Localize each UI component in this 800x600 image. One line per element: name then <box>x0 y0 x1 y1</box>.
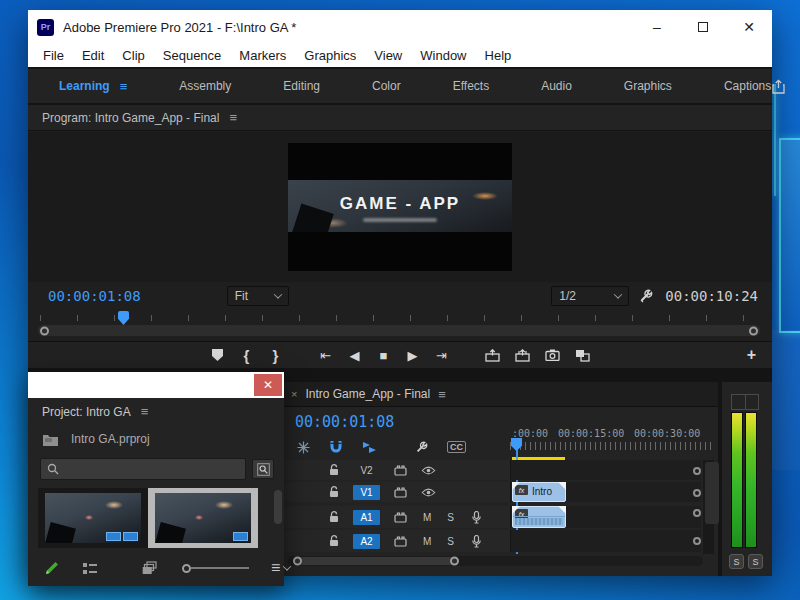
workspace-tab-audio[interactable]: Audio <box>541 79 572 93</box>
clip-intro-video[interactable]: fx Intro <box>512 482 566 502</box>
menu-view[interactable]: View <box>365 48 411 63</box>
track-label-v2[interactable]: V2 <box>353 463 380 478</box>
meter-solo-right-button[interactable]: S <box>748 554 763 569</box>
workspace-tab-captions[interactable]: Captions <box>724 79 771 93</box>
scrollbar-right-handle[interactable] <box>749 326 758 335</box>
sync-lock-icon[interactable] <box>394 487 407 498</box>
comparison-view-button[interactable] <box>575 349 590 362</box>
snap-magnet-icon[interactable] <box>329 440 343 454</box>
search-box[interactable] <box>40 458 246 480</box>
sync-lock-icon[interactable] <box>394 536 407 547</box>
go-to-in-button[interactable]: ⇤ <box>319 348 333 363</box>
workspace-tab-assembly[interactable]: Assembly <box>179 79 231 93</box>
find-bin-button[interactable] <box>252 459 274 479</box>
track-scroll-knob[interactable] <box>693 537 701 545</box>
lock-icon[interactable] <box>329 486 339 498</box>
workspace-tab-color[interactable]: Color <box>372 79 401 93</box>
search-input[interactable] <box>64 463 204 475</box>
timeline-vertical-scrollbar[interactable] <box>703 460 714 554</box>
timeline-tab-label[interactable]: Intro Game_App - Final <box>305 387 430 401</box>
play-stop-button[interactable]: ■ <box>377 348 391 363</box>
scrollbar-thumb[interactable] <box>705 462 719 524</box>
timeline-ruler[interactable]: :00:00 00:00:15:00 00:00:30:00 <box>510 426 715 460</box>
minimize-button[interactable]: – <box>634 10 680 44</box>
thumbnail-zoom-slider[interactable] <box>182 564 249 573</box>
toggle-output-eye-icon[interactable] <box>421 466 436 475</box>
program-playhead[interactable] <box>118 311 129 325</box>
track-scroll-knob[interactable] <box>693 467 701 475</box>
sync-lock-icon[interactable] <box>394 512 407 523</box>
go-to-out-button[interactable]: ⇥ <box>435 348 449 363</box>
export-frame-camera-icon[interactable] <box>545 349 560 361</box>
mute-button[interactable]: M <box>423 512 431 523</box>
freeform-view-icon[interactable] <box>142 561 160 575</box>
panel-menu-icon[interactable]: ≡ <box>141 404 149 419</box>
program-monitor-header[interactable]: Program: Intro Game_App - Final ≡ <box>28 105 772 131</box>
mark-in-button[interactable]: { <box>240 347 254 364</box>
mark-out-button[interactable]: } <box>269 347 283 364</box>
menu-window[interactable]: Window <box>411 48 475 63</box>
panel-menu-icon[interactable]: ≡ <box>438 387 446 402</box>
zoom-level-select[interactable]: Fit <box>227 286 289 306</box>
workspace-tab-editing[interactable]: Editing <box>283 79 320 93</box>
writable-pencil-icon[interactable] <box>44 560 60 576</box>
track-label-a1[interactable]: A1 <box>353 510 380 525</box>
solo-button[interactable]: S <box>447 536 454 547</box>
track-label-v1[interactable]: V1 <box>353 485 380 500</box>
captions-button[interactable]: CC <box>447 441 466 453</box>
close-button-red[interactable]: ✕ <box>254 374 282 396</box>
workspace-tab-graphics[interactable]: Graphics <box>624 79 672 93</box>
workspace-tab-learning[interactable]: Learning <box>59 79 110 93</box>
button-editor-plus[interactable]: + <box>747 346 756 364</box>
maximize-button[interactable] <box>680 10 726 44</box>
menu-graphics[interactable]: Graphics <box>295 48 365 63</box>
timeline-current-timecode[interactable]: 00:00:01:08 <box>295 413 394 431</box>
add-marker-button[interactable] <box>211 349 225 361</box>
list-view-icon[interactable] <box>82 562 98 575</box>
close-tab-icon[interactable]: × <box>291 388 297 400</box>
scrubber-scrollbar[interactable] <box>38 325 760 336</box>
extract-button[interactable] <box>515 349 530 362</box>
scrollbar-left-handle[interactable] <box>293 557 302 566</box>
step-back-button[interactable]: ◀ <box>348 348 362 363</box>
solo-button[interactable]: S <box>447 512 454 523</box>
timeline-horizontal-scrollbar[interactable] <box>288 556 703 566</box>
menu-clip[interactable]: Clip <box>113 48 153 63</box>
track-scroll-knob[interactable] <box>693 489 701 497</box>
slider-knob[interactable] <box>182 564 191 573</box>
clip-intro-audio[interactable]: fx <box>512 506 566 528</box>
close-button[interactable]: ✕ <box>726 10 772 44</box>
panel-menu-icon[interactable]: ≡ <box>229 110 237 125</box>
voiceover-record-mic-icon[interactable] <box>472 511 481 524</box>
menu-sequence[interactable]: Sequence <box>154 48 231 63</box>
meter-solo-left-button[interactable]: S <box>729 554 744 569</box>
project-item-1[interactable] <box>38 488 148 548</box>
nest-toggle-icon[interactable] <box>297 441 310 454</box>
project-scrollbar-thumb[interactable] <box>274 490 282 524</box>
workspace-tab-effects[interactable]: Effects <box>453 79 489 93</box>
program-current-timecode[interactable]: 00:00:01:08 <box>48 288 141 304</box>
scrollbar-thumb[interactable] <box>296 557 456 565</box>
menu-help[interactable]: Help <box>476 48 521 63</box>
timeline-settings-wrench-icon[interactable] <box>415 441 428 454</box>
scrollbar-left-handle[interactable] <box>40 326 49 335</box>
project-window-titlebar[interactable]: ✕ <box>28 372 284 398</box>
menu-file[interactable]: File <box>34 48 73 63</box>
track-lane-v2[interactable] <box>510 460 701 480</box>
lock-icon[interactable] <box>329 464 339 476</box>
settings-wrench-icon[interactable] <box>639 289 653 303</box>
lock-icon[interactable] <box>329 535 339 547</box>
track-scroll-knob[interactable] <box>693 509 701 517</box>
toggle-output-eye-icon[interactable] <box>421 488 436 497</box>
project-panel-header[interactable]: Project: Intro GA ≡ <box>42 404 148 419</box>
share-icon[interactable] <box>771 79 786 94</box>
mute-button[interactable]: M <box>423 536 431 547</box>
sort-icons-button[interactable]: ≡ <box>271 559 290 577</box>
playback-resolution-select[interactable]: 1/2 <box>551 286 629 306</box>
project-item-2-selected[interactable] <box>148 488 258 548</box>
scrollbar-right-handle[interactable] <box>450 557 459 566</box>
project-file-row[interactable]: Intro GA.prproj <box>42 432 150 446</box>
sync-lock-icon[interactable] <box>394 465 407 476</box>
track-label-a2[interactable]: A2 <box>353 534 380 549</box>
linked-selection-icon[interactable] <box>362 441 377 454</box>
